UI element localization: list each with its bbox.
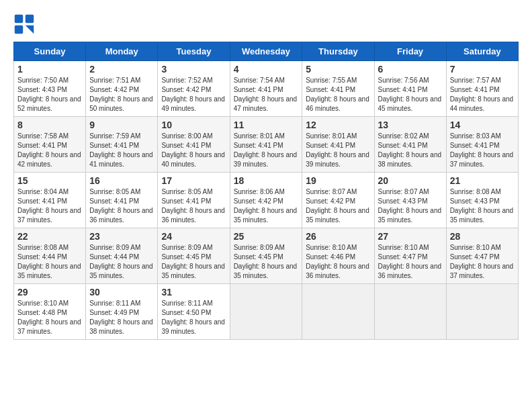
day-number: 22: [17, 231, 82, 242]
day-number: 25: [234, 231, 299, 242]
calendar-cell: 19Sunrise: 8:07 AMSunset: 4:42 PMDayligh…: [302, 173, 374, 228]
day-info: Sunrise: 7:57 AMSunset: 4:41 PMDaylight:…: [450, 76, 515, 113]
week-row-5: 29Sunrise: 8:10 AMSunset: 4:48 PMDayligh…: [14, 284, 519, 340]
calendar-cell: 27Sunrise: 8:10 AMSunset: 4:47 PMDayligh…: [374, 228, 446, 284]
day-info: Sunrise: 8:07 AMSunset: 4:43 PMDaylight:…: [378, 187, 443, 225]
day-info: Sunrise: 8:11 AMSunset: 4:50 PMDaylight:…: [161, 299, 226, 336]
weekday-header-row: SundayMondayTuesdayWednesdayThursdayFrid…: [14, 42, 519, 61]
calendar-cell: 14Sunrise: 8:03 AMSunset: 4:41 PMDayligh…: [446, 117, 518, 173]
svg-rect-1: [26, 15, 34, 23]
calendar-cell: [230, 284, 302, 340]
calendar-cell: 9Sunrise: 7:59 AMSunset: 4:41 PMDaylight…: [86, 117, 158, 173]
day-info: Sunrise: 8:08 AMSunset: 4:44 PMDaylight:…: [17, 243, 82, 281]
calendar-cell: 15Sunrise: 8:04 AMSunset: 4:41 PMDayligh…: [14, 173, 86, 228]
day-info: Sunrise: 8:11 AMSunset: 4:49 PMDaylight:…: [89, 299, 154, 336]
day-info: Sunrise: 8:02 AMSunset: 4:41 PMDaylight:…: [378, 132, 443, 169]
header: [13, 13, 519, 35]
day-info: Sunrise: 8:07 AMSunset: 4:42 PMDaylight:…: [306, 187, 370, 225]
day-number: 1: [17, 64, 82, 75]
calendar-cell: 11Sunrise: 8:01 AMSunset: 4:41 PMDayligh…: [230, 117, 302, 173]
calendar-cell: 5Sunrise: 7:55 AMSunset: 4:41 PMDaylight…: [302, 61, 374, 117]
calendar-cell: 12Sunrise: 8:01 AMSunset: 4:41 PMDayligh…: [302, 117, 374, 173]
day-number: 10: [161, 120, 226, 130]
day-info: Sunrise: 7:59 AMSunset: 4:41 PMDaylight:…: [89, 132, 154, 169]
calendar-cell: 7Sunrise: 7:57 AMSunset: 4:41 PMDaylight…: [446, 61, 518, 117]
day-info: Sunrise: 7:55 AMSunset: 4:41 PMDaylight:…: [306, 76, 370, 113]
calendar-cell: 24Sunrise: 8:09 AMSunset: 4:45 PMDayligh…: [158, 228, 230, 284]
day-number: 12: [306, 120, 370, 130]
week-row-1: 1Sunrise: 7:50 AMSunset: 4:43 PMDaylight…: [14, 61, 519, 117]
calendar-cell: 13Sunrise: 8:02 AMSunset: 4:41 PMDayligh…: [374, 117, 446, 173]
svg-rect-2: [15, 26, 23, 34]
calendar-cell: 26Sunrise: 8:10 AMSunset: 4:46 PMDayligh…: [302, 228, 374, 284]
day-info: Sunrise: 8:09 AMSunset: 4:45 PMDaylight:…: [234, 243, 299, 281]
calendar-cell: 29Sunrise: 8:10 AMSunset: 4:48 PMDayligh…: [14, 284, 86, 340]
weekday-header-tuesday: Tuesday: [158, 42, 230, 61]
day-number: 31: [161, 287, 226, 298]
day-number: 3: [161, 64, 226, 75]
calendar-cell: 23Sunrise: 8:09 AMSunset: 4:44 PMDayligh…: [86, 228, 158, 284]
day-number: 28: [450, 231, 515, 242]
calendar-cell: 17Sunrise: 8:05 AMSunset: 4:41 PMDayligh…: [158, 173, 230, 228]
calendar-cell: 21Sunrise: 8:08 AMSunset: 4:43 PMDayligh…: [446, 173, 518, 228]
calendar-cell: [446, 284, 518, 340]
calendar-cell: 10Sunrise: 8:00 AMSunset: 4:41 PMDayligh…: [158, 117, 230, 173]
weekday-header-sunday: Sunday: [14, 42, 86, 61]
day-info: Sunrise: 7:54 AMSunset: 4:41 PMDaylight:…: [234, 76, 299, 113]
day-info: Sunrise: 8:00 AMSunset: 4:41 PMDaylight:…: [161, 132, 226, 169]
day-number: 19: [306, 175, 370, 186]
calendar-cell: 2Sunrise: 7:51 AMSunset: 4:42 PMDaylight…: [86, 61, 158, 117]
calendar-cell: 4Sunrise: 7:54 AMSunset: 4:41 PMDaylight…: [230, 61, 302, 117]
logo-icon: [13, 13, 35, 35]
day-number: 29: [17, 287, 82, 298]
day-info: Sunrise: 8:10 AMSunset: 4:46 PMDaylight:…: [306, 243, 370, 281]
day-info: Sunrise: 8:09 AMSunset: 4:45 PMDaylight:…: [161, 243, 226, 281]
day-number: 17: [161, 175, 226, 186]
week-row-3: 15Sunrise: 8:04 AMSunset: 4:41 PMDayligh…: [14, 173, 519, 228]
day-number: 13: [378, 120, 443, 130]
calendar-cell: 28Sunrise: 8:10 AMSunset: 4:47 PMDayligh…: [446, 228, 518, 284]
day-info: Sunrise: 8:04 AMSunset: 4:41 PMDaylight:…: [17, 187, 82, 225]
calendar-cell: [374, 284, 446, 340]
day-number: 24: [161, 231, 226, 242]
day-info: Sunrise: 8:01 AMSunset: 4:41 PMDaylight:…: [306, 132, 370, 169]
day-number: 23: [89, 231, 154, 242]
day-number: 18: [234, 175, 299, 186]
weekday-header-wednesday: Wednesday: [230, 42, 302, 61]
calendar-cell: 22Sunrise: 8:08 AMSunset: 4:44 PMDayligh…: [14, 228, 86, 284]
calendar-cell: 6Sunrise: 7:56 AMSunset: 4:41 PMDaylight…: [374, 61, 446, 117]
weekday-header-friday: Friday: [374, 42, 446, 61]
day-info: Sunrise: 8:10 AMSunset: 4:47 PMDaylight:…: [378, 243, 443, 281]
calendar-table: SundayMondayTuesdayWednesdayThursdayFrid…: [13, 42, 519, 340]
week-row-4: 22Sunrise: 8:08 AMSunset: 4:44 PMDayligh…: [14, 228, 519, 284]
day-number: 20: [378, 175, 443, 186]
calendar-cell: 20Sunrise: 8:07 AMSunset: 4:43 PMDayligh…: [374, 173, 446, 228]
calendar-cell: [302, 284, 374, 340]
day-number: 7: [450, 64, 515, 75]
day-number: 8: [17, 120, 82, 130]
calendar-cell: 1Sunrise: 7:50 AMSunset: 4:43 PMDaylight…: [14, 61, 86, 117]
day-number: 16: [89, 175, 154, 186]
day-number: 27: [378, 231, 443, 242]
weekday-header-saturday: Saturday: [446, 42, 518, 61]
day-number: 5: [306, 64, 370, 75]
calendar-cell: 25Sunrise: 8:09 AMSunset: 4:45 PMDayligh…: [230, 228, 302, 284]
day-info: Sunrise: 8:10 AMSunset: 4:48 PMDaylight:…: [17, 299, 82, 336]
day-info: Sunrise: 7:58 AMSunset: 4:41 PMDaylight:…: [17, 132, 82, 169]
day-info: Sunrise: 8:05 AMSunset: 4:41 PMDaylight:…: [89, 187, 154, 225]
svg-marker-3: [26, 26, 34, 34]
day-info: Sunrise: 7:56 AMSunset: 4:41 PMDaylight:…: [378, 76, 443, 113]
day-info: Sunrise: 7:51 AMSunset: 4:42 PMDaylight:…: [89, 76, 154, 113]
day-number: 6: [378, 64, 443, 75]
day-number: 21: [450, 175, 515, 186]
day-info: Sunrise: 8:05 AMSunset: 4:41 PMDaylight:…: [161, 187, 226, 225]
calendar-cell: 16Sunrise: 8:05 AMSunset: 4:41 PMDayligh…: [86, 173, 158, 228]
weekday-header-thursday: Thursday: [302, 42, 374, 61]
logo: [13, 13, 38, 35]
day-number: 11: [234, 120, 299, 130]
day-info: Sunrise: 8:01 AMSunset: 4:41 PMDaylight:…: [234, 132, 299, 169]
day-number: 2: [89, 64, 154, 75]
calendar-cell: 31Sunrise: 8:11 AMSunset: 4:50 PMDayligh…: [158, 284, 230, 340]
day-info: Sunrise: 7:50 AMSunset: 4:43 PMDaylight:…: [17, 76, 82, 113]
calendar-cell: 8Sunrise: 7:58 AMSunset: 4:41 PMDaylight…: [14, 117, 86, 173]
